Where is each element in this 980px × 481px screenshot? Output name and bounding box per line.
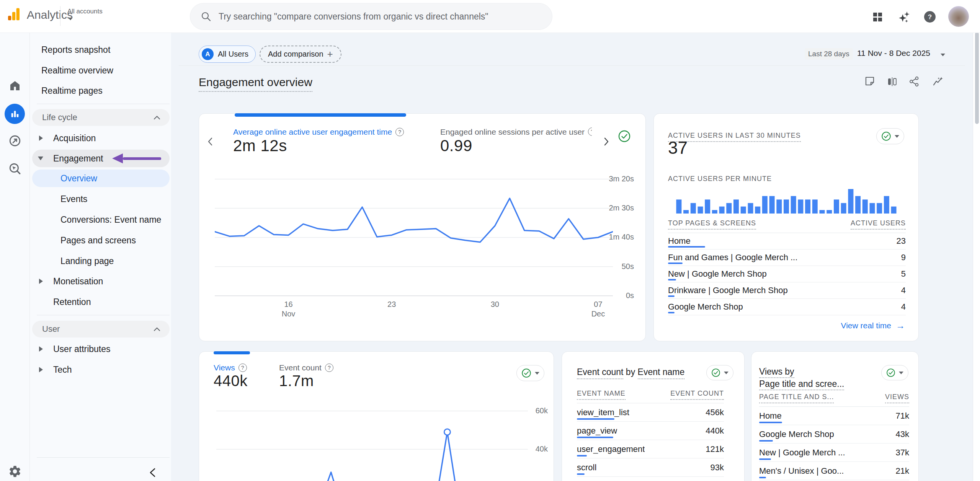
column-header[interactable]: EVENT COUNT [670,390,724,400]
metric-tab-views[interactable]: Views? 440k [214,363,248,390]
table-row[interactable]: Google Merch Shop4 [668,299,906,315]
sidebar-item-realtime-overview[interactable]: Realtime overview [32,62,170,79]
dimension-link[interactable]: Page title and scree... [759,379,844,390]
table-row[interactable]: New | Google Merch Shop5 [668,266,906,282]
comparison-icon[interactable] [885,75,898,88]
row-bar [577,455,587,457]
sidebar-item-events[interactable]: Events [32,190,170,208]
data-quality-chip[interactable] [516,365,544,381]
row-bar [759,440,773,442]
add-comparison-button[interactable]: Add comparison + [260,46,341,63]
sidebar-item-landing-page[interactable]: Landing page [32,252,170,270]
table-row[interactable]: scroll93k [577,458,724,477]
section-header-user[interactable]: User [32,321,170,338]
y-axis-label: 0s [603,291,634,300]
chevron-down-icon[interactable] [941,54,945,56]
report-nav-sidebar: Reports snapshot Realtime overview Realt… [30,33,171,481]
table-row[interactable]: Fun and Games | Google Merch ...9 [668,249,906,266]
table-row[interactable]: Home23 [668,233,906,249]
sidebar-item-overview-selected[interactable]: Overview [32,170,170,187]
sidebar-item-realtime-pages[interactable]: Realtime pages [32,82,170,99]
apps-grid-icon[interactable] [871,10,884,23]
dimension-link[interactable]: Event name [638,367,685,379]
search-input[interactable]: Try searching "compare conversions from … [190,3,552,30]
row-value: 440k [706,426,724,436]
reports-icon-active[interactable] [5,104,25,124]
row-value: 4 [901,285,906,295]
sidebar-divider [37,457,170,458]
page-title[interactable]: Engagement overview [199,76,312,92]
metric-tab-event-count[interactable]: Event count? 1.7m [279,363,333,390]
data-quality-chip[interactable] [881,365,908,380]
sidebar-item-tech[interactable]: Tech [32,361,170,378]
row-bar [668,295,675,297]
column-header[interactable]: PAGE TITLE AND S... [759,393,834,403]
metric-tab-engaged-sessions[interactable]: Engaged online sessions per active user?… [440,127,592,155]
help-icon[interactable]: ? [238,364,247,372]
main-content: A All Users Add comparison + Last 28 day… [171,33,973,481]
data-quality-chip[interactable] [876,128,904,144]
segment-chip-all-users[interactable]: A All Users [199,46,256,63]
column-header[interactable]: ACTIVE USERS [851,219,906,230]
data-quality-icon[interactable] [618,130,631,144]
user-avatar[interactable] [948,6,969,27]
table-row[interactable]: New | Google Merch ...37k [759,443,909,462]
scroll-metrics-left-icon[interactable] [204,136,216,147]
row-label: user_engagement [577,444,645,454]
row-label: Google Merch Shop [759,429,834,439]
insights-icon[interactable] [931,75,944,88]
advertising-icon[interactable] [7,133,23,149]
account-selector[interactable]: All accounts [67,8,103,20]
sidebar-item-acquisition[interactable]: Acquisition [32,129,170,147]
sidebar-item-engagement[interactable]: Engagement [32,150,170,167]
data-quality-chip[interactable] [706,365,733,380]
analytics-logo[interactable]: Analytics [6,7,73,22]
row-value: 121k [706,444,724,454]
table-row[interactable]: Home71k [759,407,909,425]
table-row[interactable]: page_view440k [577,422,724,440]
column-header[interactable]: TOP PAGES & SCREENS [668,219,756,230]
card-realtime: ACTIVE USERS IN LAST 30 MINUTES 37 ACTIV… [653,113,919,341]
home-icon[interactable] [7,78,23,94]
sidebar-item-conversions-event-name[interactable]: Conversions: Event name [32,211,170,228]
card-title[interactable]: ACTIVE USERS IN LAST 30 MINUTES [668,132,801,142]
y-axis-label: 3m 20s [603,174,634,183]
sidebar-item-retention[interactable]: Retention [32,293,170,311]
scrollbar-thumb[interactable] [975,32,979,124]
notes-icon[interactable] [863,75,876,88]
column-header[interactable]: EVENT NAME [577,390,626,400]
metric-tab-engagement-time[interactable]: Average online active user engagement ti… [233,127,404,155]
metric-link[interactable]: Views by [759,367,794,378]
chevron-down-icon [68,18,73,20]
settings-gear-icon[interactable] [7,463,23,479]
table-row[interactable]: user_engagement121k [577,440,724,458]
gemini-sparkle-icon[interactable] [898,10,911,23]
row-label: Men's / Unisex | Goo... [759,466,844,476]
column-header[interactable]: VIEWS [885,393,909,403]
view-real-time-link[interactable]: View real time → [841,320,905,331]
collapse-sidebar-icon[interactable] [147,466,160,479]
bar-chart-title: ACTIVE USERS PER MINUTE [668,175,772,183]
table-row[interactable]: view_item_list456k [577,403,724,422]
share-icon[interactable] [908,75,921,88]
section-header-life-cycle[interactable]: Life cycle [32,109,170,126]
metric-link[interactable]: Event count [577,367,623,379]
row-bar [759,458,771,460]
row-value: 23 [897,236,906,246]
explore-icon[interactable] [7,161,23,177]
y-axis-label: 60k [531,406,548,415]
sidebar-item-user-attributes[interactable]: User attributes [32,340,170,358]
search-placeholder: Try searching "compare conversions from … [219,11,488,22]
help-icon[interactable]: ? [325,364,333,372]
sidebar-item-reports-snapshot[interactable]: Reports snapshot [32,41,170,59]
scroll-metrics-right-icon[interactable] [601,136,612,147]
date-range-picker[interactable]: 11 Nov - 8 Dec 2025 [857,49,930,58]
row-bar [668,279,676,280]
help-icon[interactable]: ? [923,10,936,23]
sidebar-item-monetisation[interactable]: Monetisation [32,272,170,290]
help-icon[interactable]: ? [395,128,404,136]
table-row[interactable]: Drinkware | Google Merch Shop4 [668,282,906,299]
table-row[interactable]: Men's / Unisex | Goo...21k [759,462,909,480]
table-row[interactable]: Google Merch Shop43k [759,425,909,443]
sidebar-item-pages-and-screens[interactable]: Pages and screens [32,232,170,249]
